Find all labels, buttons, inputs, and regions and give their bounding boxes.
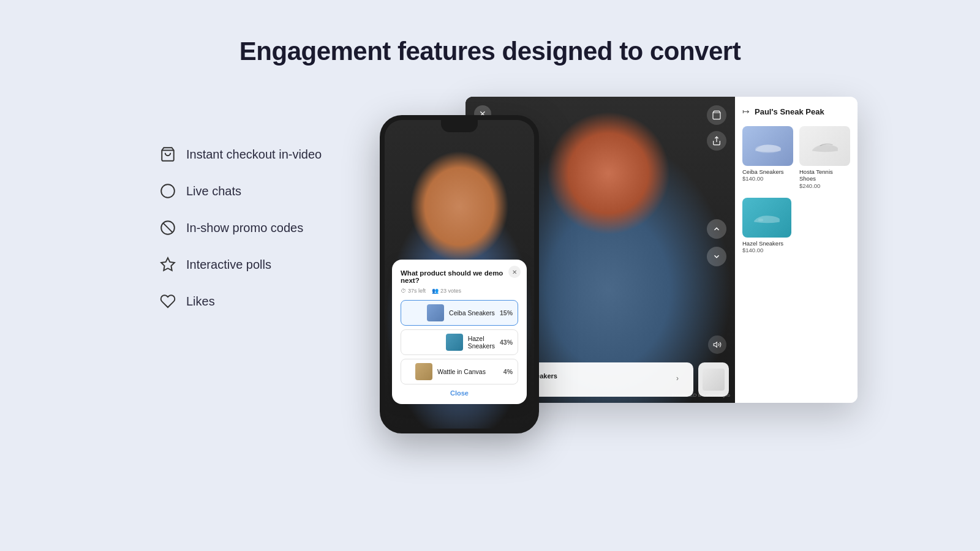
poll-option-1[interactable]: Ceiba Sneakers 15% — [401, 300, 518, 326]
panel-arrow-icon: ↦ — [742, 107, 750, 116]
feature-likes-label: Likes — [186, 294, 215, 309]
product-next-card[interactable] — [698, 362, 729, 397]
svg-marker-7 — [714, 342, 717, 347]
feature-checkout-label: Instant checkout in-video — [186, 148, 322, 162]
svg-line-3 — [163, 223, 172, 232]
product-card-1-name: Ceiba Sneakers — [742, 168, 793, 175]
feature-likes: Likes — [159, 293, 355, 310]
product-card-2-name: Hosta Tennis Shoes — [799, 168, 850, 182]
video-nav-down-button[interactable] — [707, 247, 726, 266]
poll-option-1-pct: 15% — [500, 309, 513, 317]
video-nav-up-button[interactable] — [707, 219, 726, 239]
phone-mockup: ✕ What product should we demo next? ⏱ 37… — [380, 115, 539, 433]
cart-button[interactable] — [707, 105, 726, 125]
chat-icon — [159, 182, 176, 200]
product-card-1-price: $140.00 — [742, 175, 793, 182]
poll-votes: 👥 23 votes — [432, 288, 461, 294]
feature-chat: Live chats — [159, 182, 355, 200]
panel-title: Paul's Sneak Peak — [755, 107, 824, 116]
promo-icon — [159, 219, 176, 236]
people-icon: 👥 — [432, 288, 439, 294]
product-card-3-price: $140.00 — [742, 247, 850, 253]
product-card-1[interactable]: Ceiba Sneakers $140.00 — [742, 126, 793, 189]
poll-question: What product should we demo next? — [401, 269, 518, 284]
star-icon — [159, 256, 176, 273]
product-card-2-price: $240.00 — [799, 182, 850, 189]
poll-option-2-img — [446, 334, 463, 351]
volume-button[interactable] — [708, 335, 726, 354]
svg-point-9 — [758, 219, 763, 222]
page-title: Engagement features designed to convert — [239, 37, 741, 66]
product-next-img — [703, 369, 725, 391]
video-right-controls — [707, 105, 726, 151]
clock-icon: ⏱ — [401, 288, 406, 294]
share-button[interactable] — [707, 131, 726, 151]
cart-icon — [159, 146, 176, 163]
product-panel-header: ↦ Paul's Sneak Peak — [742, 107, 850, 116]
feature-promo: In-show promo codes — [159, 219, 355, 236]
svg-marker-4 — [161, 258, 175, 271]
product-card-2-img — [799, 126, 850, 166]
product-card-3[interactable]: Hazel Sneakers $140.00 — [742, 198, 850, 253]
product-grid: Ceiba Sneakers $140.00 Hosta Tennis Shoe… — [742, 126, 850, 189]
poll-option-3-label: Wattle in Canvas — [437, 368, 499, 375]
poll-close-button[interactable]: Close — [401, 389, 518, 397]
product-panel: ↦ Paul's Sneak Peak Ceiba Sneakers — [735, 97, 858, 403]
demo-area: ✕ What product should we demo next? ⏱ 37… — [380, 97, 858, 440]
poll-option-3-img — [415, 363, 432, 380]
poll-overlay: ✕ What product should we demo next? ⏱ 37… — [392, 260, 527, 404]
feature-promo-label: In-show promo codes — [186, 221, 303, 235]
features-list: Instant checkout in-video Live chats In-… — [159, 97, 355, 310]
product-card-2[interactable]: Hosta Tennis Shoes $240.00 — [799, 126, 850, 189]
poll-option-3[interactable]: Wattle in Canvas 4% — [401, 359, 518, 384]
feature-checkout: Instant checkout in-video — [159, 146, 355, 163]
powered-by: POWERED BY showday.io — [671, 392, 730, 398]
poll-close-x-button[interactable]: ✕ — [508, 266, 521, 278]
phone-notch — [441, 120, 478, 132]
poll-option-3-pct: 4% — [503, 368, 513, 375]
poll-option-1-label: Ceiba Sneakers — [449, 309, 495, 317]
poll-timer: ⏱ 37s left — [401, 288, 426, 294]
heart-icon — [159, 293, 176, 310]
poll-option-2-pct: 43% — [500, 339, 513, 346]
product-card-3-img — [742, 198, 791, 238]
poll-meta: ⏱ 37s left 👥 23 votes — [401, 288, 518, 294]
poll-option-1-img — [427, 304, 444, 321]
feature-polls-label: Interactive polls — [186, 258, 271, 272]
poll-option-2[interactable]: Hazel Sneakers 43% — [401, 329, 518, 355]
poll-option-2-label: Hazel Sneakers — [468, 335, 495, 350]
chevron-right-icon: › — [676, 374, 687, 385]
feature-polls: Interactive polls — [159, 256, 355, 273]
product-card-1-img — [742, 126, 793, 166]
product-card-3-name: Hazel Sneakers — [742, 240, 850, 247]
feature-chat-label: Live chats — [186, 184, 241, 198]
